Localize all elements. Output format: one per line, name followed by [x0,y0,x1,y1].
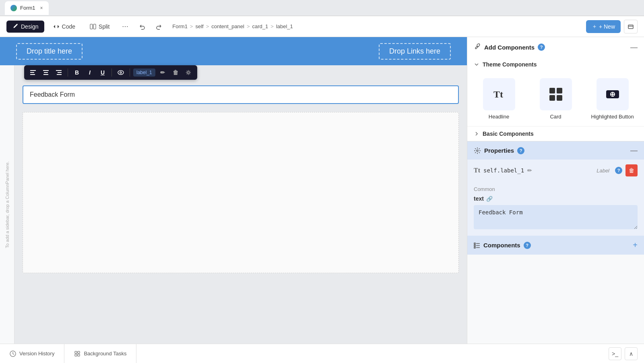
add-components-header[interactable]: Add Components ? — [467,37,644,57]
properties-section: Properties ? — Tt self.label_1 ✏ Label ?… [467,141,644,236]
terminal-btn[interactable]: >_ [609,347,621,360]
code-btn[interactable]: Code [47,21,81,33]
add-components-help[interactable]: ? [538,44,545,51]
canvas-wrapper: Drop title here Drop Links here [0,37,467,344]
expand-btn[interactable] [624,20,638,33]
canvas-main[interactable]: Feedback Form [14,65,467,344]
add-components-title-group: Add Components ? [474,43,545,52]
components-add-btn[interactable]: + [633,241,638,250]
card-icon [549,87,563,102]
component-card[interactable]: Card [530,78,581,120]
add-components-collapse-btn[interactable]: — [630,43,638,52]
redo-btn[interactable] [152,20,166,33]
prop-delete-btn[interactable]: 🗑 [625,164,638,176]
basic-components-subheader[interactable]: Basic Components [467,127,644,141]
breadcrumb: Form1 > self > content_panel > card_1 > … [172,23,583,29]
breadcrumb-form[interactable]: Form1 [172,23,188,29]
common-section: Common text 🔗 [467,181,644,236]
version-history-label: Version History [19,351,54,357]
breadcrumb-label1[interactable]: label_1 [276,23,293,29]
underline-btn[interactable]: U [97,67,108,78]
text-link-icon[interactable]: 🔗 [486,196,493,202]
breadcrumb-card1[interactable]: card_1 [252,23,268,29]
breadcrumb-self[interactable]: self [195,23,203,29]
align-left-btn[interactable] [27,67,39,78]
properties-icon [474,147,481,154]
svg-rect-33 [75,354,77,356]
bold-btn[interactable]: B [71,67,83,78]
label-settings-btn[interactable] [183,67,194,78]
toolbar-divider-1 [68,68,68,77]
toolbar-divider-2 [111,68,112,77]
prop-type-help[interactable]: ? [615,167,622,174]
basic-chevron-right-icon [474,131,479,137]
theme-components-subheader[interactable]: Theme Components [467,57,644,72]
prop-edit-icon[interactable]: ✏ [527,167,532,174]
drop-title-zone[interactable]: Drop title here [16,43,83,60]
toolbar-right: ＋ + New [586,20,638,33]
design-icon [12,23,19,30]
settings-icon [186,70,191,75]
svg-rect-6 [30,74,35,75]
theme-components-title: Theme Components [483,61,537,68]
new-btn[interactable]: ＋ + New [586,20,621,33]
chevron-up-btn[interactable]: ∧ [625,347,638,360]
wrench-icon [474,43,481,50]
basic-components-title: Basic Components [483,131,534,137]
text-prop-textarea[interactable] [474,205,638,229]
properties-collapse-btn[interactable]: — [630,146,638,155]
label-edit-btn[interactable]: ✏ [157,67,168,78]
tab-bar: Form1 × [0,0,644,16]
component-highlighted-button-label: Highlighted Button [591,114,634,120]
svg-point-23 [477,150,478,151]
add-components-icon [474,43,481,52]
label-text: Feedback Form [30,91,75,98]
chevron-up-icon: ∧ [629,351,633,357]
component-highlighted-button[interactable]: Highlighted Button [587,78,638,120]
breadcrumb-sep3: > [247,23,250,29]
svg-rect-17 [549,88,555,93]
drop-links-zone[interactable]: Drop Links here [379,43,451,60]
split-label: Split [99,23,109,30]
visibility-btn[interactable] [115,67,126,78]
more-options-btn[interactable]: ⋯ [118,20,132,33]
svg-text:Tt: Tt [493,89,503,100]
redo-icon [156,23,162,30]
align-right-btn[interactable] [53,67,64,78]
background-tasks-icon [74,351,80,357]
components-title-group: Components ? [474,242,531,249]
italic-btn[interactable]: I [84,67,95,78]
svg-point-14 [120,72,122,73]
component-headline[interactable]: Tt Headline [474,78,524,120]
breadcrumb-content-panel[interactable]: content_panel [211,23,244,29]
design-btn[interactable]: Design [6,21,44,33]
headline-icon: Tt [492,87,506,102]
properties-help[interactable]: ? [517,147,524,154]
background-tasks-label: Background Tasks [84,351,126,357]
label-delete-btn[interactable]: 🗑 [170,67,181,78]
split-btn[interactable]: Split [84,21,115,33]
chevron-down-icon [474,62,479,67]
align-center-btn[interactable] [40,67,52,78]
tab-app-icon [10,5,17,11]
background-tasks-tab[interactable]: Background Tasks [64,344,136,363]
svg-point-15 [187,72,189,74]
components-section-header[interactable]: Components ? + [467,236,644,255]
properties-header[interactable]: Properties ? — [467,141,644,160]
tab-close-btn[interactable]: × [40,5,43,11]
align-center-icon [43,70,49,75]
version-history-tab[interactable]: Version History [0,344,64,363]
svg-rect-7 [43,70,49,71]
toolbar-divider-3 [130,68,130,77]
label-name-badge: label_1 [133,68,155,77]
svg-rect-10 [56,70,62,71]
tab-form1[interactable]: Form1 × [5,1,49,15]
svg-rect-18 [557,88,562,93]
label-box[interactable]: Feedback Form [23,85,459,104]
svg-rect-26 [474,245,475,246]
version-history-icon [10,351,16,357]
components-section-help[interactable]: ? [524,242,531,249]
canvas-empty-area[interactable] [23,112,459,273]
undo-btn[interactable] [135,20,149,33]
svg-rect-24 [474,243,475,244]
